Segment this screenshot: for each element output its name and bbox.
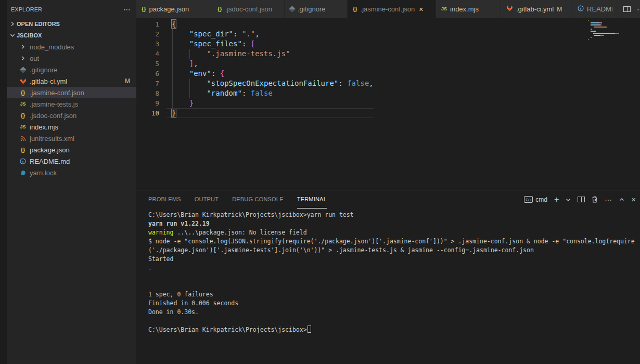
terminal-profile-selector[interactable]: C:\ cmd [524,196,547,203]
terminal-line: Finished in 0.006 seconds [148,299,640,308]
terminal-content[interactable]: C:\Users\Brian Kirkpatrick\Projects\jsci… [136,208,640,364]
line-number: 7 [136,79,159,88]
sidebar-item-yarn.lock[interactable]: yarn.lock [7,167,136,178]
sidebar-item-.gitlab-ci.yml[interactable]: .gitlab-ci.ymlM [7,75,136,87]
code-token: : [233,30,242,38]
code-token: ".jasmine-tests.js" [207,49,290,58]
code-token: "spec_files" [189,40,242,48]
editor-group: {}package.json{}.jsdoc-conf.json.gitigno… [136,0,640,364]
cmd-terminal-icon: C:\ [524,196,533,203]
section-label: OPEN EDITORS [17,21,60,27]
json-braces-icon: {} [353,6,357,12]
chevron-right-icon [21,44,25,49]
editor-pane[interactable]: 1{2 "spec_dir": ".",3 "spec_files": [4 "… [136,18,640,190]
file-label: .gitlab-ci.yml [30,77,67,85]
code-token [172,59,189,68]
tab-README[interactable]: README [572,0,618,18]
indent-guide [189,79,190,98]
tab-.gitlab-ci.yml[interactable]: .gitlab-ci.ymlM [501,0,572,18]
tab-package.json[interactable]: {}package.json [136,0,212,18]
line-number: 10 [136,108,159,118]
panel-tab-problems[interactable]: PROBLEMS [148,190,181,209]
terminal-text: $ node -e "console.log(JSON.stringify(re… [148,238,635,245]
sidebar-item-node_modules[interactable]: node_modules [7,41,136,53]
editor-actions: ⋯ [618,0,640,18]
git-modified-badge: M [557,6,562,13]
close-icon[interactable]: × [419,6,423,13]
line-number: 6 [136,69,159,79]
terminal-text: ..\..\package.json: No license field [173,229,306,236]
sidebar-item-.jasmine-conf.json[interactable]: {}.jasmine-conf.json [7,87,136,98]
sidebar-item-.gitignore[interactable]: .gitignore [7,64,136,75]
terminal-line: ('./package.json')['.jasmine-tests'].joi… [148,246,640,255]
line-number: 8 [136,88,159,98]
explorer-sections: OPEN EDITORSJSCIBOX [7,18,136,41]
indent-guide [172,29,173,108]
code-token: [ [251,40,255,48]
terminal-line [148,317,640,326]
code-token: , [369,79,373,87]
editor-more-actions-icon[interactable]: ⋯ [637,5,640,14]
code-token: } [189,99,194,107]
git-modified-badge: M [125,77,130,85]
code-token: : [211,69,220,77]
code-line-1[interactable]: 1{ [136,19,374,29]
javascript-icon: JS [20,102,25,107]
panel-tab-output[interactable]: OUTPUT [195,190,219,209]
terminal-text: Finished in 0.006 seconds [148,300,238,307]
terminal-line [148,272,640,281]
json-braces-icon: {} [21,147,25,153]
sidebar-item-junitresults.xml[interactable]: junitresults.xml [7,133,136,144]
terminal-text: 1 spec, 0 failures [148,291,213,298]
gitlab-tanuki-icon [506,5,513,13]
explorer-section-jscibox[interactable]: JSCIBOX [7,30,136,41]
tab-index.mjs[interactable]: JSindex.mjs [436,0,501,18]
panel-more-actions-icon[interactable]: ⋯ [605,196,612,204]
code-token: , [194,59,198,68]
tab-.gitignore[interactable]: .gitignore [285,0,348,18]
panel-tab-debug-console[interactable]: DEBUG CONSOLE [232,190,284,209]
tab-label: package.json [149,5,189,13]
javascript-icon: JS [20,125,25,129]
indent-guide [189,49,190,59]
terminal-text: . [148,264,152,271]
terminal-shell-label: cmd [535,196,547,203]
code-area: 1{2 "spec_dir": ".",3 "spec_files": [4 "… [136,19,374,118]
line-number: 9 [136,98,159,108]
sidebar-item-package.json[interactable]: {}package.json [7,144,136,155]
minimap[interactable] [588,20,619,41]
sidebar-item-out[interactable]: out [7,53,136,64]
xml-feed-icon [20,136,26,141]
tab-.jsdoc-conf.json[interactable]: {}.jsdoc-conf.json [212,0,285,18]
sidebar-item-.jsdoc-conf.json[interactable]: {}.jsdoc-conf.json [7,110,136,121]
tab-label: .jsdoc-conf.json [225,5,272,13]
split-editor-icon[interactable] [623,6,631,12]
split-terminal-icon[interactable] [578,197,585,202]
terminal-line: warning ..\..\package.json: No license f… [148,228,640,237]
sidebar-item-index.mjs[interactable]: JSindex.mjs [7,121,136,133]
terminal-text: C:\Users\Brian Kirkpatrick\Projects\jsci… [148,326,307,333]
sidebar-item-.jasmine-tests.js[interactable]: JS.jasmine-tests.js [7,98,136,110]
new-terminal-button[interactable]: + [554,196,559,204]
code-token: : [242,89,251,97]
code-line-10[interactable]: 10} [136,108,374,118]
tab-.jasmine-conf.json[interactable]: {}.jasmine-conf.json× [348,0,436,18]
code-token [172,69,189,77]
close-panel-icon[interactable]: × [631,195,636,204]
terminal-dropdown-chevron-icon[interactable] [566,198,571,202]
panel-tab-terminal[interactable]: TERMINAL [297,190,327,209]
json-braces-icon: {} [21,90,25,96]
explorer-section-open-editors[interactable]: OPEN EDITORS [7,18,136,30]
line-number: 2 [136,29,159,39]
info-circle-icon [20,158,26,164]
file-label: .gitignore [30,66,57,74]
panel-tabs: PROBLEMSOUTPUTDEBUG CONSOLETERMINAL [148,190,340,209]
terminal-line: 1 spec, 0 failures [148,290,640,299]
gitignore-diamond-icon [20,67,27,73]
explorer-more-icon[interactable]: ⋯ [123,5,131,14]
maximize-panel-chevron-icon[interactable] [619,198,624,202]
json-braces-icon: {} [21,113,25,119]
sidebar-item-README.md[interactable]: README.md [7,155,136,167]
kill-terminal-trash-icon[interactable] [592,196,598,203]
line-number: 1 [136,19,159,29]
